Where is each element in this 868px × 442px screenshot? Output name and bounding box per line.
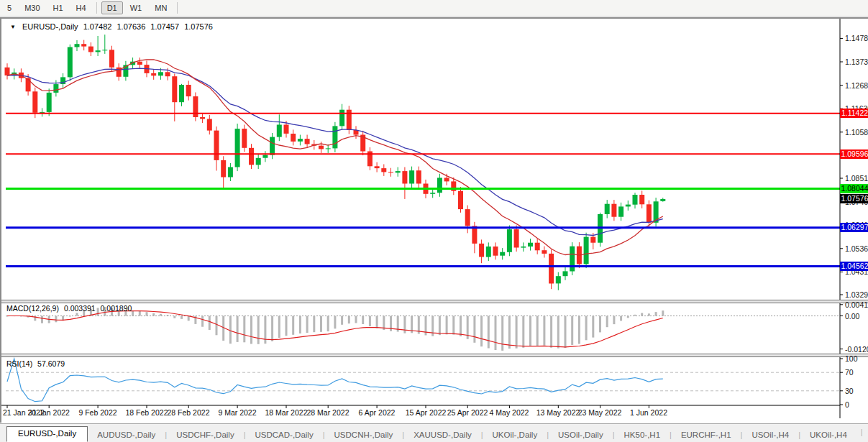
- rsi-axis-label: 0: [845, 400, 849, 409]
- rsi-indicator-label: RSI(14) 57.6079: [6, 359, 68, 368]
- macd-histogram-bar: [237, 316, 239, 342]
- chart-tab-eurusd-daily[interactable]: EURUSD-,Daily: [6, 426, 88, 442]
- macd-histogram-bar: [550, 316, 552, 348]
- macd-histogram-bar: [188, 316, 190, 321]
- rsi-axis-label: 100: [845, 354, 858, 363]
- candle-body: [326, 148, 331, 149]
- candle-body: [96, 50, 101, 52]
- price-tick-label: 1.13730: [845, 57, 868, 66]
- macd-title: MACD(12,26,9): [6, 304, 59, 313]
- candle-body: [375, 166, 380, 168]
- candle-body: [542, 250, 547, 254]
- rsi-panel-splitter[interactable]: [1, 354, 868, 357]
- macd-histogram-bar: [460, 316, 462, 337]
- chart-tab-usoil-h4[interactable]: USOil-,H4: [742, 428, 798, 442]
- timeframe-toolbar: 5M30H1H4D1W1MN: [0, 0, 868, 17]
- macd-histogram-bar: [565, 316, 567, 349]
- candle-body: [200, 117, 205, 119]
- macd-histogram-bar: [662, 310, 664, 316]
- macd-histogram-bar: [369, 316, 371, 327]
- candle-body: [430, 193, 435, 194]
- chart-tab-usoil-daily[interactable]: USOil-,Daily: [549, 428, 613, 442]
- macd-histogram-bar: [229, 316, 232, 344]
- timeframe-button-5[interactable]: 5: [1, 1, 17, 14]
- candle-body: [493, 247, 498, 256]
- macd-histogram-bar: [501, 316, 503, 351]
- candle-body: [521, 247, 526, 248]
- macd-histogram-bar: [634, 315, 636, 316]
- level-price-tag: 1.08044: [840, 184, 868, 193]
- date-label: 28 Feb 2022: [168, 408, 210, 417]
- chart-tab-xauusd-daily[interactable]: XAUUSD-,Daily: [404, 428, 481, 442]
- macd-histogram-bar: [592, 316, 594, 338]
- candle-body: [298, 139, 303, 142]
- symbol-label: EURUSD-,Daily: [22, 22, 78, 31]
- candle-body: [396, 171, 401, 172]
- macd-histogram-bar: [585, 316, 588, 341]
- macd-histogram-bar: [480, 316, 483, 347]
- timeframe-button-h4[interactable]: H4: [70, 1, 92, 14]
- candle-body: [256, 158, 261, 165]
- timeframe-button-h1[interactable]: H1: [47, 1, 69, 14]
- macd-histogram-bar: [522, 316, 524, 348]
- date-label: 13 May 2022: [536, 408, 580, 417]
- chart-tab-usdchf-daily[interactable]: USDCHF-,Daily: [167, 428, 244, 442]
- candle-body: [242, 129, 247, 148]
- candle-body: [605, 204, 610, 214]
- macd-panel-splitter[interactable]: [1, 300, 868, 303]
- mt4-app: 5M30H1H4D1W1MN ▼ EURUSD-,Daily 1.07482 1…: [0, 0, 868, 442]
- macd-histogram-bar: [341, 316, 343, 325]
- date-label: 18 Feb 2022: [126, 408, 168, 417]
- chart-tab-ukoil-h4[interactable]: UKOil-,H4: [800, 428, 856, 442]
- macd-histogram-bar: [355, 316, 357, 323]
- timeframe-button-w1[interactable]: W1: [124, 1, 148, 14]
- candle-body: [339, 110, 344, 126]
- ma-fast-line: [7, 60, 663, 255]
- macd-histogram-bar: [334, 316, 336, 329]
- macd-histogram-bar: [543, 316, 545, 346]
- macd-axis-label: -0.01209: [845, 345, 868, 354]
- chart-tab-usdcnh-daily[interactable]: USDCNH-,Daily: [325, 428, 403, 442]
- candle-body: [514, 229, 519, 247]
- macd-histogram-bar: [285, 316, 288, 336]
- candle-body: [137, 62, 142, 65]
- macd-histogram-bar: [76, 313, 78, 316]
- date-label: 31 Jan 2022: [28, 408, 70, 417]
- close-value: 1.07576: [184, 22, 213, 31]
- candle-body: [437, 178, 442, 193]
- macd-histogram-bar: [606, 316, 608, 328]
- candle-body: [618, 206, 623, 216]
- candle-body: [102, 50, 107, 50]
- macd-histogram-bar: [292, 316, 294, 335]
- chart-tab-eurchf-h1[interactable]: EURCHF-,H1: [672, 428, 741, 442]
- macd-histogram-bar: [529, 316, 531, 347]
- macd-histogram-bar: [536, 316, 539, 346]
- price-axis: 1.147801.137301.126801.116301.105801.095…: [840, 19, 868, 424]
- candle-body: [626, 205, 631, 207]
- macd-histogram-bar: [216, 316, 218, 336]
- macd-histogram-bar: [488, 316, 490, 349]
- chart-tab-hk50-h1[interactable]: HK50-,H1: [615, 428, 670, 442]
- timeframe-button-d1[interactable]: D1: [101, 1, 123, 14]
- chart-tab-ukoil-daily[interactable]: UKOil-,Daily: [483, 428, 547, 442]
- macd-histogram-bar: [139, 311, 141, 316]
- candle-body: [172, 76, 177, 102]
- macd-histogram-bar: [641, 313, 643, 316]
- timeframe-button-m30[interactable]: M30: [19, 1, 45, 14]
- candle-body: [563, 271, 568, 276]
- macd-histogram-bar: [508, 316, 511, 349]
- candle-body: [186, 85, 191, 96]
- candle-body: [228, 167, 233, 178]
- macd-histogram-bar: [599, 316, 601, 333]
- date-label: 4 May 2022: [490, 408, 529, 417]
- chart-canvas[interactable]: [1, 19, 868, 424]
- timeframe-button-mn[interactable]: MN: [149, 1, 173, 14]
- candle-body: [26, 78, 31, 92]
- macd-histogram-bar: [446, 316, 448, 335]
- macd-histogram-bar: [299, 316, 301, 334]
- macd-axis-label: 0.004128: [845, 300, 868, 309]
- chart-tab-usdcad-daily[interactable]: USDCAD-,Daily: [246, 428, 323, 442]
- chevron-down-icon[interactable]: ▼: [10, 24, 16, 30]
- chart-tab-audusd-daily[interactable]: AUDUSD-,Daily: [88, 428, 165, 442]
- macd-histogram-bar: [306, 316, 309, 333]
